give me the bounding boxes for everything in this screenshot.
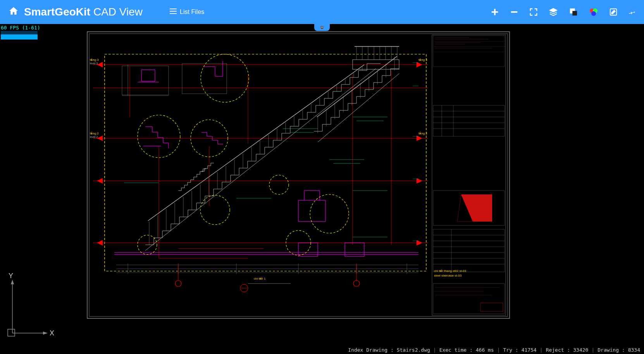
edit-icon[interactable] — [609, 8, 618, 16]
list-files-label: List Files — [180, 9, 204, 15]
list-files-button[interactable]: List Files — [170, 9, 204, 15]
home-icon[interactable] — [8, 6, 19, 19]
color-picker-icon[interactable] — [589, 7, 598, 17]
svg-rect-50 — [433, 284, 505, 314]
status-drawing-value: 8334 — [628, 347, 640, 353]
svg-text:steel staircase st-03: steel staircase st-03 — [434, 274, 462, 277]
status-index-label: Index Drawing : — [348, 347, 393, 353]
status-index-value: Stairs2.dwg — [397, 347, 430, 353]
svg-rect-156 — [122, 66, 169, 95]
fps-graph — [1, 31, 38, 40]
svg-rect-55 — [105, 54, 426, 271]
svg-text:chi tiết 1: chi tiết 1 — [254, 277, 266, 280]
panel-expand-button[interactable] — [314, 24, 330, 31]
status-reject-label: Reject : — [546, 347, 570, 353]
pin-icon[interactable] — [629, 8, 636, 16]
menu-icon — [170, 9, 177, 15]
zoom-in-icon[interactable] — [491, 8, 499, 16]
svg-text:tầng 3: tầng 3 — [418, 58, 427, 62]
svg-point-12 — [320, 26, 324, 29]
status-drawing-label: Drawing : — [598, 347, 625, 353]
svg-rect-7 — [572, 11, 577, 15]
svg-point-10 — [591, 11, 596, 16]
svg-text:tầng 3: tầng 3 — [90, 58, 99, 62]
cad-viewport[interactable]: chi tiết thang st02 st-03 steel staircas… — [0, 24, 644, 345]
svg-marker-14 — [11, 280, 14, 284]
status-try-label: Try : — [503, 347, 518, 353]
svg-point-151 — [200, 195, 230, 225]
fullscreen-icon[interactable] — [529, 8, 538, 16]
title-block: chi tiết thang st02 st-03 steel staircas… — [432, 35, 506, 315]
svg-rect-157 — [182, 64, 227, 94]
svg-marker-67 — [97, 240, 103, 246]
svg-text:chi tiết thang st02 st-03: chi tiết thang st02 st-03 — [434, 269, 467, 273]
svg-point-171 — [353, 280, 360, 287]
layers-icon[interactable] — [549, 8, 558, 16]
status-exec-value: 466 ms — [476, 347, 494, 353]
svg-rect-1 — [170, 11, 177, 12]
brand-light: CAD View — [93, 6, 143, 18]
svg-rect-0 — [170, 9, 177, 9]
axis-indicator: Y X — [4, 271, 54, 342]
fps-counter: 60 FPS (1-61) — [1, 25, 40, 31]
svg-marker-63 — [97, 136, 103, 141]
toolbar — [491, 7, 636, 17]
svg-text:tầng 2: tầng 2 — [90, 132, 99, 135]
svg-point-150 — [201, 54, 249, 102]
theme-toggle-icon[interactable] — [569, 8, 578, 16]
svg-rect-5 — [511, 11, 518, 13]
svg-point-152 — [269, 175, 289, 194]
svg-point-169 — [175, 280, 181, 287]
status-exec-label: Exec time : — [439, 347, 473, 353]
statusbar: Index Drawing : Stairs2.dwg | Exec time … — [344, 345, 644, 354]
svg-marker-16 — [43, 332, 48, 335]
svg-text:level 2: level 2 — [90, 136, 98, 138]
axis-y-label: Y — [9, 272, 13, 280]
svg-marker-61 — [97, 62, 103, 67]
topbar: SmartGeoKit CAD View List Files — [0, 0, 644, 24]
brand: SmartGeoKit CAD View — [8, 6, 143, 19]
brand-bold: SmartGeoKit — [24, 6, 90, 18]
svg-marker-65 — [97, 178, 103, 184]
zoom-out-icon[interactable] — [510, 8, 518, 16]
svg-rect-20 — [432, 35, 506, 315]
axis-x-label: X — [50, 329, 54, 337]
svg-rect-17 — [8, 329, 15, 336]
svg-rect-2 — [170, 13, 177, 14]
brand-text: SmartGeoKit CAD View — [24, 6, 143, 18]
status-reject-value: 33420 — [573, 347, 588, 353]
svg-rect-4 — [492, 11, 498, 13]
svg-rect-30 — [433, 105, 505, 136]
svg-text:level 3: level 3 — [90, 62, 98, 65]
cad-drawing[interactable]: chi tiết thang st02 st-03 steel staircas… — [81, 28, 515, 326]
svg-rect-21 — [433, 36, 505, 67]
svg-rect-54 — [480, 303, 503, 311]
status-try-value: 41754 — [522, 347, 537, 353]
svg-rect-40 — [433, 229, 505, 272]
svg-text:tầng 2: tầng 2 — [418, 132, 427, 135]
staircase-main — [145, 46, 399, 251]
